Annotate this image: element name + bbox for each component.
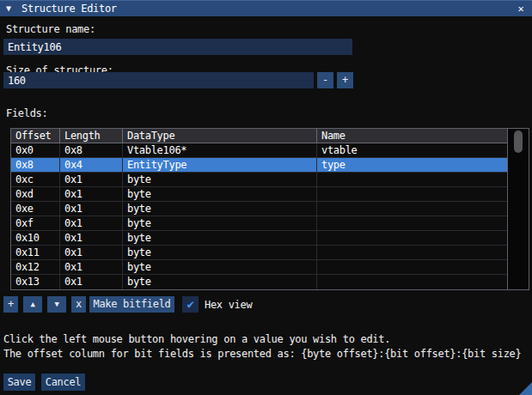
move-up-icon[interactable]: ▲ (23, 296, 42, 313)
column-header-offset[interactable]: Offset (11, 129, 60, 143)
table-row[interactable]: 0x80x4EntityTypetype (11, 158, 507, 173)
cell-length[interactable]: 0x1 (60, 231, 123, 245)
table-row[interactable]: 0x00x8Vtable106*vtable (11, 143, 507, 158)
column-header-length[interactable]: Length (60, 129, 123, 143)
size-decrement-button[interactable]: - (317, 72, 333, 88)
cell-datatype[interactable]: byte (123, 231, 317, 245)
cell-offset[interactable]: 0x12 (11, 260, 60, 274)
cell-datatype[interactable]: byte (123, 260, 317, 274)
help-text-line2: The offset column for bit fields is pres… (3, 348, 521, 360)
cell-length[interactable]: 0x1 (60, 275, 123, 289)
cell-name[interactable] (317, 246, 507, 259)
structure-name-input[interactable] (3, 39, 352, 55)
cell-offset[interactable]: 0xf (11, 216, 60, 230)
table-row[interactable]: 0x120x1byte (11, 260, 507, 275)
cell-name[interactable] (317, 216, 507, 230)
checkmark-icon: ✔ (187, 297, 193, 311)
fields-table-body: 0x00x8Vtable106*vtable0x80x4EntityTypety… (11, 143, 507, 289)
cell-name[interactable] (317, 187, 507, 201)
cell-datatype[interactable]: byte (123, 216, 317, 230)
close-icon[interactable]: ✕ (514, 2, 528, 15)
resize-grip[interactable] (519, 382, 532, 395)
cancel-button[interactable]: Cancel (41, 374, 85, 391)
cell-offset[interactable]: 0x0 (11, 143, 60, 157)
column-header-name[interactable]: Name (317, 129, 507, 143)
cell-offset[interactable]: 0xe (11, 202, 60, 216)
make-bitfield-button[interactable]: Make bitfield (89, 296, 174, 313)
size-increment-button[interactable]: + (337, 72, 353, 88)
cell-length[interactable]: 0x4 (60, 158, 123, 172)
fields-table-content: Offset Length DataType Name 0x00x8Vtable… (11, 129, 507, 289)
structure-name-label: Structure name: (6, 23, 95, 35)
table-row[interactable]: 0x130x1byte (11, 275, 507, 289)
cell-length[interactable]: 0x1 (60, 202, 123, 216)
table-row[interactable]: 0xe0x1byte (11, 202, 507, 216)
cell-name[interactable] (317, 202, 507, 216)
cell-name[interactable]: vtable (317, 143, 507, 157)
structure-editor-window: ▼ Structure Editor ✕ Structure name: Siz… (0, 0, 532, 395)
structure-size-input[interactable] (3, 72, 314, 88)
cell-offset[interactable]: 0x8 (11, 158, 60, 172)
save-button[interactable]: Save (3, 374, 35, 391)
delete-field-button[interactable]: x (71, 296, 86, 313)
table-row[interactable]: 0xc0x1byte (11, 173, 507, 187)
fields-label: Fields: (6, 107, 47, 119)
cell-offset[interactable]: 0xd (11, 187, 60, 201)
cell-name[interactable]: type (317, 158, 507, 172)
cell-offset[interactable]: 0x10 (11, 231, 60, 245)
cell-datatype[interactable]: Vtable106* (123, 143, 317, 157)
window-title: Structure Editor (21, 3, 117, 15)
cell-length[interactable]: 0x1 (60, 187, 123, 201)
table-row[interactable]: 0x110x1byte (11, 246, 507, 260)
hex-view-checkbox[interactable]: ✔ (182, 296, 199, 313)
hex-view-label[interactable]: Hex view (205, 299, 252, 311)
table-row[interactable]: 0xd0x1byte (11, 187, 507, 202)
collapse-arrow-icon[interactable]: ▼ (6, 3, 11, 13)
cell-datatype[interactable]: EntityType (123, 158, 317, 172)
cell-datatype[interactable]: byte (123, 275, 317, 289)
title-bar[interactable]: ▼ Structure Editor ✕ (0, 0, 532, 16)
table-row[interactable]: 0x100x1byte (11, 231, 507, 246)
cell-length[interactable]: 0x1 (60, 173, 123, 186)
fields-table: Offset Length DataType Name 0x00x8Vtable… (10, 128, 529, 290)
cell-datatype[interactable]: byte (123, 187, 317, 201)
cell-name[interactable] (317, 231, 507, 245)
cell-length[interactable]: 0x1 (60, 216, 123, 230)
add-field-button[interactable]: + (3, 296, 18, 313)
cell-length[interactable]: 0x8 (60, 143, 123, 157)
cell-name[interactable] (317, 260, 507, 274)
table-row[interactable]: 0xf0x1byte (11, 216, 507, 231)
help-text-line1: Click the left mouse button hovering on … (3, 333, 390, 345)
cell-offset[interactable]: 0xc (11, 173, 60, 186)
cell-datatype[interactable]: byte (123, 202, 317, 216)
cell-length[interactable]: 0x1 (60, 246, 123, 259)
cell-length[interactable]: 0x1 (60, 260, 123, 274)
table-scrollbar[interactable] (507, 129, 529, 289)
scrollbar-thumb[interactable] (514, 131, 523, 153)
move-down-icon[interactable]: ▼ (47, 296, 66, 313)
cell-name[interactable] (317, 173, 507, 186)
cell-offset[interactable]: 0x13 (11, 275, 60, 289)
cell-offset[interactable]: 0x11 (11, 246, 60, 259)
cell-name[interactable] (317, 275, 507, 289)
cell-datatype[interactable]: byte (123, 173, 317, 186)
fields-table-header: Offset Length DataType Name (11, 129, 507, 143)
cell-datatype[interactable]: byte (123, 246, 317, 259)
column-header-datatype[interactable]: DataType (123, 129, 317, 143)
